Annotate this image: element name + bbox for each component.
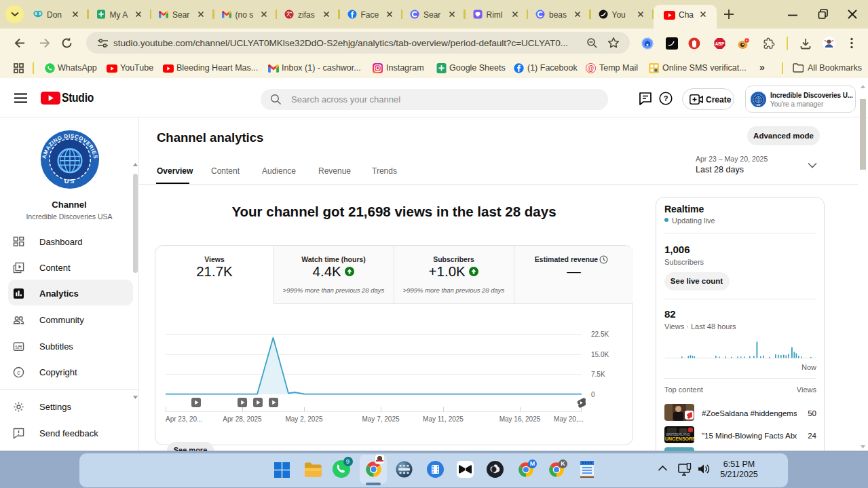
svg-text:ABP: ABP bbox=[715, 41, 725, 46]
svg-text:@: @ bbox=[588, 64, 595, 72]
svg-text:c: c bbox=[17, 369, 20, 375]
svg-text:US: US bbox=[64, 178, 75, 185]
svg-text:US: US bbox=[757, 104, 761, 107]
svg-text:?: ? bbox=[664, 94, 668, 102]
